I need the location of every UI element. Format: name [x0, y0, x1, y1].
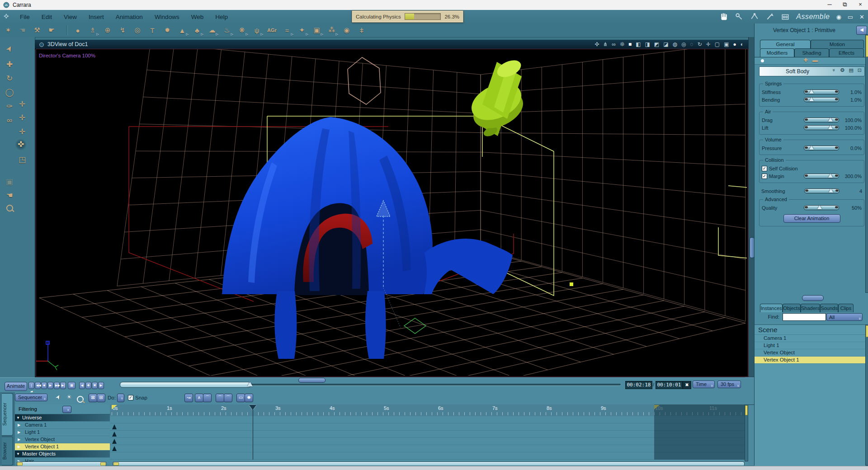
hair-icon[interactable]: ψ▷	[252, 27, 261, 34]
storyboard-room-icon[interactable]	[750, 13, 759, 21]
zoom-icon[interactable]	[77, 394, 84, 404]
document-menu-icon[interactable]	[39, 42, 44, 47]
timeline-tracks[interactable]	[110, 416, 748, 460]
layout-custom-icon[interactable]: ◪	[663, 41, 668, 47]
current-time-field[interactable]: 00:02:18	[625, 381, 652, 389]
scale-tool[interactable]: ◯	[4, 87, 15, 99]
time-mode-dropdown[interactable]: Time»	[693, 381, 715, 388]
pointer-tool[interactable]: ➤	[4, 43, 15, 55]
checkbox-self-collision[interactable]: ✓	[762, 166, 767, 171]
tweener-still-button[interactable]: ⌒	[216, 394, 224, 402]
tweener-bezier-button[interactable]: ↝	[184, 394, 193, 402]
stop-button[interactable]: ■	[41, 382, 47, 389]
filtering-dropdown-button[interactable]: »	[62, 406, 71, 413]
slider-thumb[interactable]	[828, 125, 833, 129]
snap-checkbox[interactable]: ✓	[128, 395, 133, 400]
collapse-panel-icon[interactable]: ▭	[848, 14, 853, 20]
tree-row-master-objects[interactable]: ▼Master Objects	[15, 451, 110, 458]
load-preset-icon[interactable]: ⊡	[858, 67, 862, 73]
clear-animation-button[interactable]: Clear Animation	[783, 214, 840, 223]
previous-keyframe-button[interactable]: ◀	[79, 382, 85, 389]
timeline-ruler[interactable]: 0s1s2s3s4s5s6s7s8s9s10s11s	[110, 404, 748, 417]
tab-shading[interactable]: Shading	[794, 48, 829, 57]
sequencer-mode-dropdown[interactable]: Sequencer»	[15, 394, 47, 401]
push-tool[interactable]: ☛	[47, 26, 56, 34]
bone-icon[interactable]: ǂ	[357, 27, 366, 34]
slider-margin[interactable]	[804, 174, 839, 179]
close-panel-icon[interactable]: ✕	[859, 14, 864, 20]
scene-3d[interactable]	[36, 49, 747, 376]
pane-divider[interactable]: »	[748, 37, 755, 377]
tab-effects[interactable]: Effects	[829, 48, 864, 57]
move-xy-tool[interactable]: ✛	[16, 99, 28, 110]
slider-thumb[interactable]	[809, 97, 814, 101]
menu-windows[interactable]: Windows	[155, 14, 179, 20]
viewport[interactable]: Director's Camera 100%	[36, 49, 748, 377]
tab-sounds[interactable]: Sounds	[820, 304, 838, 312]
end-time-field[interactable]: 00:10:01	[656, 381, 683, 389]
assemble-room-icon[interactable]	[719, 13, 728, 21]
expand-triangle-icon[interactable]: ▼	[16, 452, 20, 456]
find-filter-dropdown[interactable]: All»	[826, 313, 863, 321]
text-object-icon[interactable]: T	[148, 27, 157, 34]
timeline-vertical-scrollbar[interactable]	[745, 404, 748, 461]
wire-cube-icon[interactable]: ▢	[715, 41, 720, 47]
wand-tool[interactable]: ✶	[4, 26, 13, 34]
slider-drag[interactable]	[804, 118, 839, 122]
eye-icon[interactable]: ◉	[836, 14, 841, 20]
scene-list-header[interactable]: Scene	[755, 325, 866, 335]
tab-shaders[interactable]: Shaders	[801, 304, 820, 312]
timeline-horizontal-scrollbar[interactable]	[113, 461, 745, 465]
slider-thumb[interactable]	[809, 146, 814, 150]
layout-split-4-icon[interactable]: ◩	[654, 41, 659, 47]
render-room-icon[interactable]	[781, 13, 790, 21]
menu-web[interactable]: Web	[191, 14, 204, 20]
slider-stiffness[interactable]	[804, 89, 839, 94]
start-flag[interactable]	[112, 405, 117, 409]
node-graph-icon[interactable]: ⋔	[603, 41, 608, 47]
loop-button[interactable]: ▦	[68, 382, 75, 389]
tab-browser[interactable]: Browser	[2, 437, 13, 465]
tab-general[interactable]: General	[760, 40, 811, 48]
find-input[interactable]	[783, 313, 826, 321]
working-box-tool[interactable]: ◳	[16, 154, 28, 166]
cursor-icon[interactable]: ➤	[54, 393, 62, 401]
tweener-discrete-button[interactable]: ⌒	[224, 394, 232, 402]
properties-scrollbar[interactable]	[865, 34, 868, 293]
slider-lift[interactable]	[804, 125, 839, 130]
menu-insert[interactable]: Insert	[89, 14, 104, 20]
nav-orbit-icon[interactable]: ↻	[698, 41, 702, 47]
fire-icon[interactable]: ♨▷	[222, 26, 231, 34]
fountain-icon[interactable]: ❋▷	[237, 26, 246, 34]
frame-range-button[interactable]: ⊞	[97, 394, 105, 402]
tab-instances[interactable]: Instances	[760, 304, 783, 312]
ocean-icon[interactable]: ≈▷	[283, 27, 292, 34]
light-icon[interactable]: ☀	[66, 394, 72, 400]
eyedropper-tool[interactable]: ✑	[4, 101, 15, 113]
tab-sequencer[interactable]: Sequencer	[2, 393, 13, 436]
scene-item[interactable]: Light 1	[755, 342, 866, 349]
expand-triangle-icon[interactable]: ▶	[18, 445, 20, 449]
slider-bending[interactable]	[804, 97, 839, 102]
menu-help[interactable]: Help	[215, 14, 228, 20]
go-end-button[interactable]: ▶|	[60, 382, 66, 389]
go-start-button[interactable]: |◀	[28, 382, 34, 389]
fps-dropdown[interactable]: 30 fps»	[717, 381, 741, 388]
layout-split-3-icon[interactable]: ◨	[645, 41, 650, 47]
tree-row-camera-1[interactable]: ▶Camera 1	[15, 422, 110, 429]
add-modifier-button[interactable]: ✚	[803, 57, 808, 63]
animate-button[interactable]: Animate	[5, 382, 27, 391]
slider-pressure[interactable]	[804, 146, 839, 150]
expand-triangle-icon[interactable]: ▶	[18, 437, 20, 442]
expand-triangle-icon[interactable]: ▶	[18, 423, 20, 427]
keyframe-marker[interactable]	[112, 424, 117, 429]
camera-icon[interactable]: ▣▷	[312, 26, 321, 34]
scene-list-scrollbar[interactable]	[865, 324, 868, 465]
slider-thumb[interactable]	[828, 174, 833, 178]
nav-pan-icon[interactable]: ✛	[706, 41, 711, 47]
slider-thumb[interactable]	[817, 205, 822, 209]
tab-motion[interactable]: Motion	[811, 40, 864, 48]
motion-blur-icon[interactable]: ❊	[620, 41, 624, 47]
model-room-icon[interactable]	[735, 13, 744, 21]
scale-to-fit-button[interactable]: ⊠	[89, 394, 97, 402]
